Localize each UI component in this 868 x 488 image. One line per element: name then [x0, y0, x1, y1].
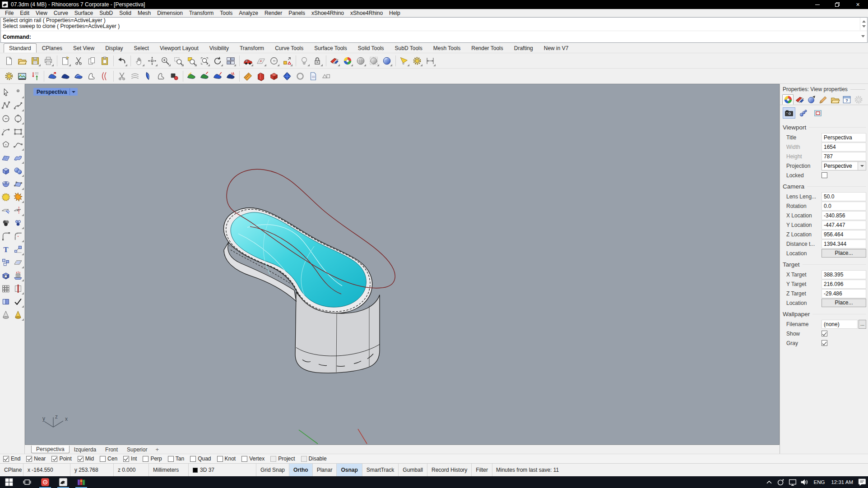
xs-waves-icon[interactable] [129, 70, 141, 82]
zoom-dyn-icon[interactable] [159, 55, 171, 67]
panel-tab-render-icon[interactable] [806, 94, 817, 105]
toolbar-tab-render-tools[interactable]: Render Tools [466, 43, 509, 53]
toolbar-tab-display[interactable]: Display [100, 43, 128, 53]
osnap-checkbox-end[interactable] [3, 456, 9, 462]
sidebar-tool-rect-icon[interactable] [12, 126, 24, 138]
sidebar-tool-hatch-icon[interactable] [12, 257, 24, 268]
osnap-project[interactable]: Project [270, 456, 295, 462]
command-scrollbar[interactable] [860, 18, 867, 30]
sidebar-tool-cone2-icon[interactable] [12, 309, 24, 321]
edit-doc-icon[interactable] [59, 55, 71, 67]
status-pane-filter[interactable]: Filter [472, 464, 492, 476]
viewport-tab-izquierda[interactable]: Izquierda [70, 446, 101, 453]
toolbar-tab-surface-tools[interactable]: Surface Tools [309, 43, 353, 53]
property-field-height[interactable]: 787 [822, 152, 866, 161]
xs-photo-icon[interactable] [16, 70, 28, 82]
property-field-title[interactable]: Perspectiva [822, 133, 866, 142]
property-field-filename[interactable]: (none) [822, 320, 858, 329]
vp-layout-icon[interactable] [224, 55, 237, 67]
xs-diamond-icon[interactable] [281, 70, 293, 82]
undo-icon[interactable] [116, 55, 128, 67]
panel-tab-gear-icon[interactable] [853, 94, 864, 105]
lock-icon[interactable] [311, 55, 323, 67]
xs-shoe-yg-icon[interactable] [185, 70, 197, 82]
xs-ring-icon[interactable] [294, 70, 306, 82]
sidebar-tool-point-icon[interactable] [12, 87, 24, 98]
property-field-rotation[interactable]: 0.0 [822, 202, 866, 211]
tray-language[interactable]: ENG [810, 479, 828, 485]
options-icon[interactable] [411, 55, 423, 67]
xs-cube-sphere-icon[interactable] [168, 70, 180, 82]
xs-outline-icon[interactable] [155, 70, 167, 82]
notification-center-icon[interactable] [856, 476, 868, 488]
save-icon[interactable] [29, 55, 41, 67]
osnap-checkbox-mid[interactable] [78, 456, 84, 462]
sidebar-tool-circle2-icon[interactable] [12, 113, 24, 124]
panel-tab-pencil-icon[interactable] [817, 94, 829, 105]
sidebar-tool-solidbox-icon[interactable] [0, 270, 12, 281]
sidebar-tool-grid9-icon[interactable] [0, 283, 12, 295]
status-pane-smarttrack[interactable]: SmartTrack [362, 464, 399, 476]
xs-last-icon[interactable] [85, 70, 97, 82]
osnap-checkbox-near[interactable] [26, 456, 32, 462]
paste-icon[interactable] [98, 55, 111, 67]
osnap-checkbox-quad[interactable] [190, 456, 196, 462]
xs-cube-red-icon[interactable] [268, 70, 280, 82]
panel-subtab-frame-icon[interactable] [812, 107, 824, 119]
spotlight-icon[interactable] [398, 55, 410, 67]
tray-network-icon[interactable] [787, 476, 798, 488]
sidebar-tool-puzzle-icon[interactable] [0, 191, 12, 203]
sidebar-tool-arc-icon[interactable] [0, 126, 12, 138]
status-pane-grid-snap[interactable]: Grid Snap [256, 464, 289, 476]
tray-clock[interactable]: 12:31 AM [828, 479, 856, 485]
restore-button[interactable] [827, 0, 848, 9]
osnap-knot[interactable]: Knot [217, 456, 236, 462]
menu-xshoe4rhino[interactable]: xShoe4Rhino [308, 9, 347, 17]
pan-icon[interactable] [133, 55, 145, 67]
bulb-icon[interactable] [298, 55, 310, 67]
sphere-shaded-icon[interactable] [354, 55, 367, 67]
toolbar-tab-mesh-tools[interactable]: Mesh Tools [428, 43, 466, 53]
sidebar-tool-explode-icon[interactable] [12, 191, 24, 203]
sidebar-tool-split-icon[interactable] [12, 204, 24, 216]
color-wheel-icon[interactable] [341, 55, 353, 67]
menu-dimension[interactable]: Dimension [154, 9, 186, 17]
sidebar-tool-polygon-icon[interactable] [0, 139, 12, 151]
menu-surface[interactable]: Surface [71, 9, 96, 17]
xs-ruler-icon[interactable] [241, 70, 254, 82]
command-area[interactable]: Select origin rail ( Properties=ActiveLa… [0, 17, 868, 43]
menu-render[interactable]: Render [261, 9, 285, 17]
osnap-mid[interactable]: Mid [78, 456, 94, 462]
app-winrar-icon[interactable] [72, 476, 90, 488]
command-dropdown-icon[interactable] [861, 35, 865, 39]
property-field-z-target[interactable]: -29.486 [822, 289, 866, 298]
toolbar-tab-new-in-v7[interactable]: New in V7 [538, 43, 574, 53]
toolbar-tab-drafting[interactable]: Drafting [509, 43, 538, 53]
menu-analyze[interactable]: Analyze [236, 9, 261, 17]
sidebar-tool-blend-icon[interactable] [12, 139, 24, 151]
print-icon[interactable] [42, 55, 54, 67]
toolbar-tab-visibility[interactable]: Visibility [204, 43, 234, 53]
menu-mesh[interactable]: Mesh [135, 9, 154, 17]
new-file-icon[interactable] [3, 55, 15, 67]
toolbar-tab-curve-tools[interactable]: Curve Tools [269, 43, 309, 53]
property-select-projection[interactable]: Perspective [822, 161, 866, 170]
rotate-view-icon[interactable] [146, 55, 158, 67]
task-view-icon[interactable] [18, 476, 36, 488]
panel-subtab-joints-icon[interactable] [797, 107, 810, 119]
menu-tools[interactable]: Tools [217, 9, 236, 17]
property-field-x-location[interactable]: -340.856 [822, 211, 866, 220]
xs-shoe-blue2-icon[interactable] [72, 70, 84, 82]
command-prompt[interactable]: Command: [3, 34, 31, 40]
toolbar-tab-viewport-layout[interactable]: Viewport Layout [154, 43, 204, 53]
tray-speaker-icon[interactable] [798, 476, 810, 488]
status-cell-y-253-768[interactable]: y 253.768 [70, 464, 114, 476]
tray-chevron-icon[interactable] [763, 476, 775, 488]
xs-red-n-icon[interactable] [255, 70, 267, 82]
status-pane-planar[interactable]: Planar [313, 464, 337, 476]
menu-view[interactable]: View [32, 9, 51, 17]
osnap-int[interactable]: Int [123, 456, 137, 462]
win-start-icon[interactable] [0, 476, 18, 488]
xs-doc-icon[interactable] [307, 70, 319, 82]
osnap-checkbox-knot[interactable] [217, 456, 223, 462]
